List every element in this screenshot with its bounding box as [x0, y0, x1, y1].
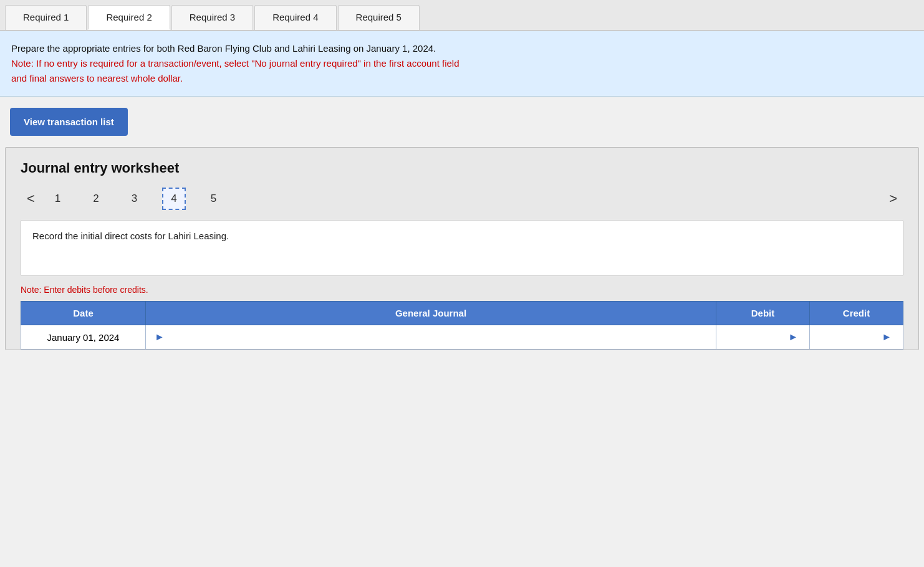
- info-banner-black-text: Prepare the appropriate entries for both…: [11, 43, 436, 54]
- description-box: Record the initial direct costs for Lahi…: [21, 220, 903, 276]
- info-banner: Prepare the appropriate entries for both…: [0, 31, 924, 97]
- table-row: January 01, 2024 ► ► ►: [21, 325, 903, 350]
- worksheet-container: Journal entry worksheet < 1 2 3 4 5 > Re…: [5, 147, 919, 350]
- header-general-journal: General Journal: [146, 302, 716, 325]
- tab-required-4[interactable]: Required 4: [254, 5, 336, 30]
- nav-right-arrow[interactable]: >: [883, 188, 903, 209]
- journal-input-cell[interactable]: ►: [146, 325, 716, 350]
- nav-num-4[interactable]: 4: [162, 188, 185, 210]
- info-banner-red-text-1: Note: If no entry is required for a tran…: [11, 58, 460, 69]
- header-date: Date: [21, 302, 146, 325]
- nav-num-3[interactable]: 3: [124, 189, 145, 209]
- info-banner-red-text-2: and final answers to nearest whole dolla…: [11, 73, 183, 83]
- worksheet-title: Journal entry worksheet: [21, 160, 903, 176]
- nav-left-arrow[interactable]: <: [21, 188, 41, 209]
- date-cell: January 01, 2024: [21, 325, 146, 350]
- tab-required-2[interactable]: Required 2: [88, 5, 170, 30]
- nav-numbers: 1 2 3 4 5: [47, 188, 224, 210]
- credit-input-cell[interactable]: ►: [810, 325, 903, 350]
- journal-input-arrow: ►: [155, 331, 165, 343]
- tab-required-1[interactable]: Required 1: [5, 5, 87, 30]
- debit-input-cell[interactable]: ►: [716, 325, 810, 350]
- nav-num-1[interactable]: 1: [47, 189, 68, 209]
- nav-row: < 1 2 3 4 5 >: [21, 188, 903, 210]
- credit-input-arrow: ►: [882, 331, 892, 343]
- nav-num-5[interactable]: 5: [203, 189, 224, 209]
- view-transaction-button[interactable]: View transaction list: [10, 108, 128, 136]
- tab-required-3[interactable]: Required 3: [171, 5, 253, 30]
- tab-required-5[interactable]: Required 5: [338, 5, 420, 30]
- debit-input-arrow: ►: [788, 331, 798, 343]
- debits-note: Note: Enter debits before credits.: [21, 285, 903, 295]
- tabs-container: Required 1 Required 2 Required 3 Require…: [0, 0, 924, 31]
- header-credit: Credit: [810, 302, 903, 325]
- journal-table: Date General Journal Debit Credit Januar…: [21, 301, 903, 350]
- header-debit: Debit: [716, 302, 810, 325]
- nav-num-2[interactable]: 2: [85, 189, 106, 209]
